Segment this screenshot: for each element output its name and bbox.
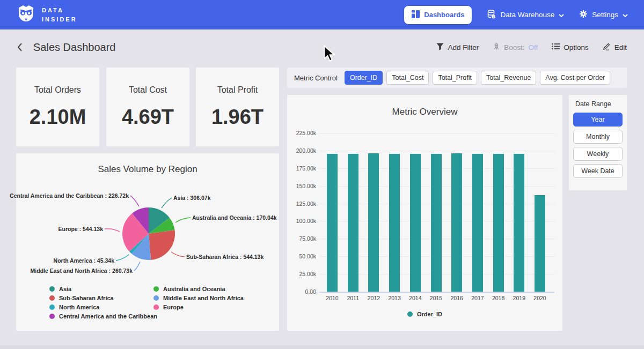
list-options-icon — [552, 43, 560, 51]
x-axis-tick-label: 2013 — [384, 295, 405, 301]
owl-logo-icon — [16, 4, 36, 26]
x-axis-tick-label: 2017 — [467, 295, 488, 301]
date-range-button-monthly[interactable]: Monthly — [573, 130, 623, 144]
filter-funnel-icon — [436, 43, 444, 52]
bar-2010[interactable] — [327, 154, 338, 292]
legend-dot — [407, 311, 413, 317]
kpi-value: 1.96T — [211, 106, 264, 129]
pie-label-north-america: North America : 45.34k — [54, 257, 114, 264]
gridline — [319, 151, 554, 151]
kpi-card: Total Cost4.69T — [106, 68, 189, 146]
top-nav: DATA INSIDER Dashboards — [0, 0, 644, 29]
x-axis-tick-label: 2016 — [446, 295, 467, 301]
bar-chart-legend: Order_ID — [287, 311, 562, 317]
pencil-icon — [603, 42, 611, 52]
bar-2016[interactable] — [451, 153, 462, 292]
kpi-label: Total Cost — [129, 85, 167, 95]
pie-leader-line — [171, 252, 185, 257]
kpi-card: Total Profit1.96T — [196, 68, 279, 146]
pie-leader-line — [175, 218, 191, 222]
gridline — [319, 133, 554, 133]
pie-legend-item[interactable]: North America — [49, 304, 157, 310]
dashboards-grid-icon — [412, 10, 420, 20]
pie-legend-column: AsiaSub-Saharan AfricaNorth AmericaCentr… — [49, 286, 157, 320]
boost-toggle[interactable]: Boost: Off — [493, 42, 538, 52]
date-range-button-weekly[interactable]: Weekly — [573, 147, 623, 161]
y-axis-tick-label: 0.00 — [288, 288, 316, 295]
metric-button-total-cost[interactable]: Total_Cost — [386, 71, 429, 85]
dashboards-button[interactable]: Dashboards — [404, 6, 472, 24]
legend-label: Asia — [59, 286, 71, 292]
x-axis-tick-label: 2020 — [529, 295, 551, 301]
date-range-panel: Date Range YearMonthlyWeeklyWeek Date — [569, 95, 627, 190]
date-range-button-week-date[interactable]: Week Date — [573, 164, 623, 178]
legend-dot — [153, 295, 159, 301]
gridline — [319, 292, 554, 293]
metric-button-avg-cost-per-order[interactable]: Avg. Cost per Order — [540, 71, 610, 85]
date-range-button-year[interactable]: Year — [573, 113, 623, 127]
legend-dot — [49, 314, 55, 319]
bar-2020[interactable] — [535, 195, 545, 292]
pie-legend-item[interactable]: Australia and Oceania — [153, 286, 244, 292]
metric-button-total-revenue[interactable]: Total_Revenue — [481, 71, 536, 85]
metric-button-order-id[interactable]: Order_ID — [345, 71, 383, 85]
add-filter-button[interactable]: Add Filter — [436, 43, 479, 52]
pie-label-central-america-and-the-caribbean: Central America and the Caribbean : 226.… — [10, 192, 129, 199]
bar-2012[interactable] — [368, 153, 379, 292]
pie-leader-line — [116, 255, 129, 261]
pie-leader-line — [162, 198, 172, 208]
y-axis-tick-label: 150.00k — [288, 183, 316, 189]
x-axis-tick-label: 2012 — [363, 295, 384, 301]
page-header: Sales Dashboard Add Filter Boost: Off — [0, 29, 644, 65]
settings-menu[interactable]: Settings — [579, 10, 628, 20]
y-axis-tick-label: 100.00k — [288, 218, 316, 224]
legend-dot — [49, 295, 55, 301]
metric-control-label: Metric Control — [294, 74, 338, 82]
pie-legend-item[interactable]: Europe — [153, 304, 244, 310]
pie-leader-line — [105, 229, 120, 232]
legend-label: Middle East and North Africa — [163, 295, 244, 301]
x-axis-tick-label: 2015 — [426, 295, 447, 301]
pie-legend-item[interactable]: Asia — [49, 286, 157, 292]
x-axis-tick-label: 2018 — [488, 295, 509, 301]
header-toolbar: Add Filter Boost: Off — [436, 42, 627, 52]
chevron-down-icon — [559, 11, 564, 19]
bar-2019[interactable] — [514, 154, 524, 292]
pie-legend-item[interactable]: Sub-Saharan Africa — [49, 295, 157, 301]
pie-label-sub-saharan-africa: Sub-Saharan Africa : 544.13k — [186, 254, 264, 260]
x-axis-tick-label: 2010 — [321, 295, 343, 301]
bar-2011[interactable] — [348, 154, 358, 292]
kpi-value: 2.10M — [30, 106, 86, 129]
rocket-icon — [493, 42, 500, 52]
pie-leader-line — [134, 262, 140, 271]
pie-label-europe: Europe : 544.13k — [58, 226, 103, 232]
gear-icon — [579, 10, 588, 20]
bar-2013[interactable] — [389, 154, 400, 292]
bar-2017[interactable] — [472, 154, 483, 292]
pie-label-middle-east-and-north-africa: Middle East and North Africa : 260.73k — [31, 268, 133, 274]
boost-state: Off — [528, 43, 538, 51]
brand-logo[interactable]: DATA INSIDER — [16, 4, 77, 26]
kpi-card: Total Orders2.10M — [16, 68, 99, 146]
metric-overview-chart-card: Metric Overview 225.00k200.00k175.00k150… — [287, 95, 562, 331]
kpi-label: Total Orders — [34, 85, 81, 95]
bar-2014[interactable] — [410, 154, 421, 292]
options-button[interactable]: Options — [552, 43, 589, 51]
bar-2015[interactable] — [431, 154, 442, 292]
pie-legend-item[interactable]: Middle East and North Africa — [153, 295, 244, 301]
back-button[interactable] — [17, 42, 23, 52]
y-axis-tick-label: 25.00k — [288, 271, 316, 277]
metric-button-total-profit[interactable]: Total_Profit — [433, 71, 477, 85]
y-axis-tick-label: 75.00k — [288, 235, 316, 242]
data-warehouse-menu[interactable]: Data Warehouse — [487, 10, 564, 20]
date-range-label: Date Range — [575, 100, 623, 108]
pie-legend-item[interactable]: Central America and the Caribbean — [49, 313, 157, 320]
bar-2018[interactable] — [493, 154, 504, 292]
page-title: Sales Dashboard — [33, 41, 115, 54]
pie-legend-column: Australia and OceaniaMiddle East and Nor… — [153, 286, 244, 310]
y-axis-tick-label: 175.00k — [288, 165, 316, 172]
edit-button[interactable]: Edit — [603, 42, 627, 52]
mouse-cursor — [323, 45, 335, 64]
pie-slice-sub-saharan-africa[interactable] — [149, 230, 175, 260]
database-icon — [487, 10, 496, 20]
